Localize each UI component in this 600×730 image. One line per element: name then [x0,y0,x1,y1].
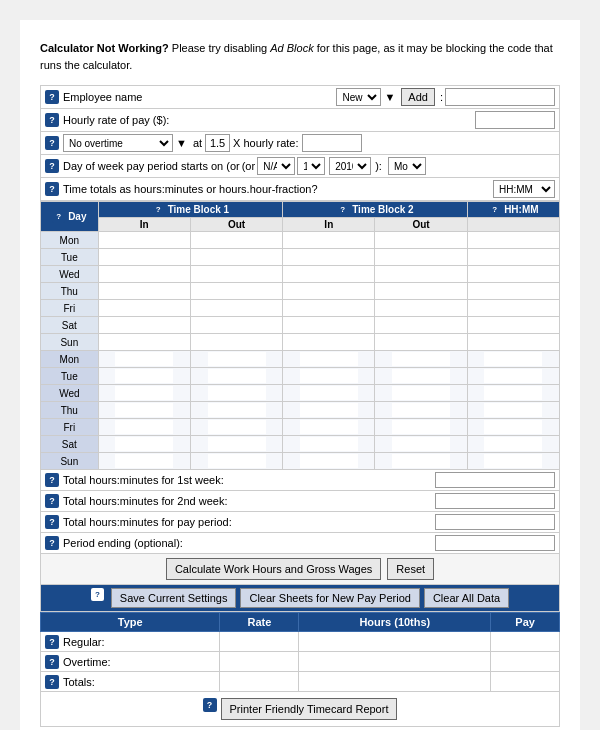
help-icon-day[interactable]: ? [52,210,65,223]
w1-out2-4[interactable] [392,301,450,315]
w2-in1-2[interactable] [115,386,173,400]
w1-in1-4[interactable] [115,301,173,315]
w2-out2-3[interactable] [392,403,450,417]
w1-in2-5[interactable] [300,318,358,332]
add-button[interactable]: Add [401,88,435,106]
w1-out1-5[interactable] [208,318,266,332]
w1-out1-6[interactable] [208,335,266,349]
day-select[interactable]: 1 [297,157,325,175]
hourly-rate-input[interactable] [475,111,555,129]
help-icon-hourly[interactable]: ? [45,113,59,127]
help-icon-tb1[interactable]: ? [152,203,165,216]
w2-in1-4[interactable] [115,420,173,434]
w2-in2-5[interactable] [300,437,358,451]
w2-in1-0[interactable] [115,352,173,366]
w2-in2-6[interactable] [300,454,358,468]
w1-out1-2[interactable] [208,267,266,281]
w1-out1-0[interactable] [208,233,266,247]
w1-out2-0[interactable] [392,233,450,247]
w1-out2-3[interactable] [392,284,450,298]
w2-out2-2[interactable] [392,386,450,400]
w1-hhmm-1[interactable] [484,250,542,264]
w2-hhmm-3[interactable] [484,403,542,417]
clear-all-button[interactable]: Clear All Data [424,588,509,608]
w2-out2-0[interactable] [392,352,450,366]
help-icon-period[interactable]: ? [45,515,59,529]
w1-hhmm-3[interactable] [484,284,542,298]
month-select[interactable]: Mon [388,157,426,175]
w2-hhmm-4[interactable] [484,420,542,434]
w1-out1-4[interactable] [208,301,266,315]
w1-in1-2[interactable] [115,267,173,281]
w2-hhmm-0[interactable] [484,352,542,366]
w2-out1-0[interactable] [208,352,266,366]
w2-out1-6[interactable] [208,454,266,468]
w1-in1-5[interactable] [115,318,173,332]
w1-in2-0[interactable] [300,233,358,247]
w2-in2-1[interactable] [300,369,358,383]
w2-in2-4[interactable] [300,420,358,434]
w2-out2-1[interactable] [392,369,450,383]
w1-in1-0[interactable] [115,233,173,247]
help-icon-week2[interactable]: ? [45,494,59,508]
help-icon-settings[interactable]: ? [91,588,104,601]
w2-out2-6[interactable] [392,454,450,468]
w1-out1-3[interactable] [208,284,266,298]
w1-out1-1[interactable] [208,250,266,264]
period-ending-input[interactable] [435,535,555,551]
w2-in2-3[interactable] [300,403,358,417]
employee-name-input[interactable] [445,88,555,106]
na-select[interactable]: N/A [257,157,295,175]
help-icon-printer[interactable]: ? [203,698,217,712]
w1-hhmm-5[interactable] [484,318,542,332]
w2-out1-3[interactable] [208,403,266,417]
w2-in1-5[interactable] [115,437,173,451]
w1-in1-6[interactable] [115,335,173,349]
w1-hhmm-0[interactable] [484,233,542,247]
calculate-button[interactable]: Calculate Work Hours and Gross Wages [166,558,381,580]
w2-out1-4[interactable] [208,420,266,434]
help-icon-result-1[interactable]: ? [45,655,59,669]
w1-out2-5[interactable] [392,318,450,332]
w1-in1-1[interactable] [115,250,173,264]
help-icon-timetotals[interactable]: ? [45,182,59,196]
w1-in2-6[interactable] [300,335,358,349]
help-icon-tb2[interactable]: ? [336,203,349,216]
w2-out1-5[interactable] [208,437,266,451]
w1-out2-6[interactable] [392,335,450,349]
w2-in1-6[interactable] [115,454,173,468]
help-icon-overtime[interactable]: ? [45,136,59,150]
save-settings-button[interactable]: Save Current Settings [111,588,237,608]
w2-in2-2[interactable] [300,386,358,400]
help-icon-week1[interactable]: ? [45,473,59,487]
w1-hhmm-6[interactable] [484,335,542,349]
at-value-input[interactable] [205,134,230,152]
help-icon-period-ending[interactable]: ? [45,536,59,550]
year-select[interactable]: 2016 [329,157,371,175]
overtime-select[interactable]: No overtime [63,134,173,152]
w1-in2-2[interactable] [300,267,358,281]
help-icon-hhmm[interactable]: ? [488,203,501,216]
w2-out1-2[interactable] [208,386,266,400]
help-icon-dayofweek[interactable]: ? [45,159,59,173]
w1-in2-3[interactable] [300,284,358,298]
w2-out2-5[interactable] [392,437,450,451]
printer-button[interactable]: Printer Friendly Timecard Report [221,698,398,720]
w1-hhmm-2[interactable] [484,267,542,281]
w1-hhmm-4[interactable] [484,301,542,315]
help-icon-employee[interactable]: ? [45,90,59,104]
x-hourly-input[interactable] [302,134,362,152]
w1-out2-1[interactable] [392,250,450,264]
w2-hhmm-6[interactable] [484,454,542,468]
w1-in1-3[interactable] [115,284,173,298]
w2-in1-1[interactable] [115,369,173,383]
w2-hhmm-2[interactable] [484,386,542,400]
w2-out1-1[interactable] [208,369,266,383]
reset-button[interactable]: Reset [387,558,434,580]
w2-out2-4[interactable] [392,420,450,434]
week2-total-input[interactable] [435,493,555,509]
w1-out2-2[interactable] [392,267,450,281]
hhmm-select[interactable]: HH:MM [493,180,555,198]
w2-hhmm-5[interactable] [484,437,542,451]
w2-in2-0[interactable] [300,352,358,366]
